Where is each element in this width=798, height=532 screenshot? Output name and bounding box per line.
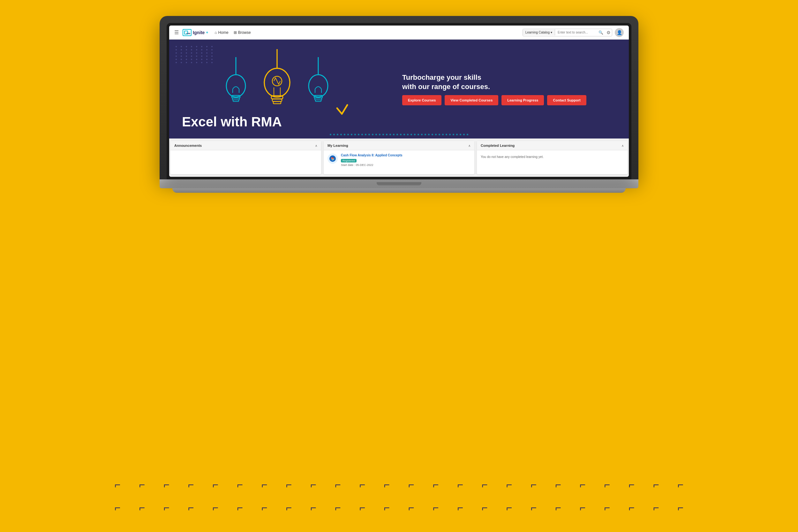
home-link[interactable]: ⌂ Home bbox=[214, 30, 228, 35]
announcements-chevron[interactable]: ∧ bbox=[315, 144, 317, 148]
user-avatar[interactable]: 👤 bbox=[615, 28, 624, 37]
dot2-8: ⌐ bbox=[286, 502, 292, 513]
dot2-19: ⌐ bbox=[555, 502, 561, 513]
bulb-right bbox=[304, 57, 332, 108]
completed-learning-empty: You do not have any completed learning y… bbox=[481, 155, 544, 158]
dot-14: ⌐ bbox=[433, 480, 439, 490]
course-badge: Registered bbox=[341, 159, 357, 163]
dot2-15: ⌐ bbox=[457, 502, 463, 513]
browse-label: Browse bbox=[238, 30, 251, 35]
dot-16: ⌐ bbox=[482, 480, 488, 490]
dot-19: ⌐ bbox=[555, 480, 561, 490]
sections-row: Announcements ∧ My Learning ∧ bbox=[169, 138, 629, 177]
my-learning-title: My Learning bbox=[327, 144, 348, 148]
catalog-label: Learning Catalog bbox=[526, 31, 550, 34]
dot2-2: ⌐ bbox=[139, 502, 145, 513]
dot2-1: ⌐ bbox=[115, 502, 121, 513]
dot2-14: ⌐ bbox=[433, 502, 439, 513]
dot2-18: ⌐ bbox=[531, 502, 536, 513]
dot2-21: ⌐ bbox=[604, 502, 610, 513]
svg-rect-19 bbox=[316, 100, 321, 101]
home-icon: ⌂ bbox=[214, 30, 217, 35]
learning-item: 📚 Cash Flow Analysis II: Applied Concept… bbox=[327, 153, 471, 167]
search-catalog-dropdown[interactable]: Learning Catalog ▾ bbox=[523, 30, 555, 35]
dot-21: ⌐ bbox=[604, 480, 610, 490]
dot2-4: ⌐ bbox=[188, 502, 194, 513]
search-container: Learning Catalog ▾ 🔍 ⚙ bbox=[522, 29, 612, 36]
dot2-16: ⌐ bbox=[482, 502, 488, 513]
laptop-notch bbox=[377, 182, 421, 185]
dot2-24: ⌐ bbox=[678, 502, 684, 513]
dot2-7: ⌐ bbox=[262, 502, 267, 513]
dot2-11: ⌐ bbox=[359, 502, 365, 513]
dot-22: ⌐ bbox=[628, 480, 634, 490]
dot2-6: ⌐ bbox=[237, 502, 243, 513]
learning-info: Cash Flow Analysis II: Applied Concepts … bbox=[341, 153, 402, 167]
grid-icon: ⊞ bbox=[234, 30, 237, 35]
navbar: ☰ rma Ignite+ ⌂ Home ⊞ bbox=[169, 25, 629, 40]
bulb-center bbox=[258, 49, 296, 108]
svg-rect-4 bbox=[233, 100, 239, 101]
dot2-13: ⌐ bbox=[408, 502, 414, 513]
filter-button[interactable]: ⚙ bbox=[605, 30, 612, 36]
dot-3: ⌐ bbox=[164, 480, 170, 490]
learning-progress-button[interactable]: Learning Progress bbox=[501, 95, 544, 105]
dot2-22: ⌐ bbox=[628, 502, 634, 513]
dot2-9: ⌐ bbox=[310, 502, 316, 513]
my-learning-chevron[interactable]: ∧ bbox=[468, 144, 471, 148]
dot-5: ⌐ bbox=[213, 480, 218, 490]
dot-8: ⌐ bbox=[286, 480, 292, 490]
logo: rma Ignite+ bbox=[183, 29, 208, 36]
hero-subtitle: Turbocharge your skills with our range o… bbox=[402, 73, 492, 91]
checkmark-decoration bbox=[334, 102, 350, 118]
completed-learning-title: Completed Learning bbox=[481, 144, 515, 148]
svg-point-16 bbox=[309, 75, 328, 97]
completed-learning-body: You do not have any completed learning y… bbox=[477, 150, 628, 163]
dot-20: ⌐ bbox=[580, 480, 586, 490]
dot-15: ⌐ bbox=[457, 480, 463, 490]
course-icon-symbol: 📚 bbox=[331, 157, 335, 160]
logo-text: Ignite bbox=[193, 30, 205, 35]
dot2-20: ⌐ bbox=[580, 502, 586, 513]
course-title[interactable]: Cash Flow Analysis II: Applied Concepts bbox=[341, 153, 402, 157]
dot2-23: ⌐ bbox=[653, 502, 659, 513]
announcements-panel: Announcements ∧ bbox=[170, 141, 321, 174]
course-date: Start date : 05-DEC-2022 bbox=[341, 164, 402, 167]
dot2-10: ⌐ bbox=[335, 502, 341, 513]
hero-title: Excel with RMA bbox=[182, 115, 396, 129]
browse-link[interactable]: ⊞ Browse bbox=[234, 30, 251, 35]
laptop-mockup: ☰ rma Ignite+ ⌂ Home ⊞ bbox=[159, 16, 639, 193]
dot-17: ⌐ bbox=[506, 480, 512, 490]
announcements-body bbox=[170, 150, 321, 157]
search-button[interactable]: 🔍 bbox=[596, 29, 605, 36]
contact-support-button[interactable]: Contact Support bbox=[547, 95, 586, 105]
home-label: Home bbox=[218, 30, 229, 35]
dot-row-2: ⌐ ⌐ ⌐ ⌐ ⌐ ⌐ ⌐ ⌐ ⌐ ⌐ ⌐ ⌐ ⌐ ⌐ ⌐ ⌐ ⌐ ⌐ ⌐ ⌐ … bbox=[115, 502, 684, 513]
completed-learning-header: Completed Learning ∧ bbox=[477, 141, 628, 150]
dot-13: ⌐ bbox=[408, 480, 414, 490]
dot-24: ⌐ bbox=[678, 480, 684, 490]
svg-point-8 bbox=[264, 68, 290, 97]
dot2-5: ⌐ bbox=[213, 502, 218, 513]
laptop-body: ☰ rma Ignite+ ⌂ Home ⊞ bbox=[159, 16, 639, 179]
explore-courses-button[interactable]: Explore Courses bbox=[402, 95, 441, 105]
completed-learning-chevron[interactable]: ∧ bbox=[622, 144, 624, 148]
laptop-screen: ☰ rma Ignite+ ⌂ Home ⊞ bbox=[169, 25, 629, 177]
dot-23: ⌐ bbox=[653, 480, 659, 490]
dot2-17: ⌐ bbox=[506, 502, 512, 513]
hero-dots-decoration bbox=[175, 46, 214, 63]
dot-12: ⌐ bbox=[384, 480, 390, 490]
announcements-header: Announcements ∧ bbox=[170, 141, 321, 150]
dot-7: ⌐ bbox=[262, 480, 267, 490]
dot-2: ⌐ bbox=[139, 480, 145, 490]
completed-learning-panel: Completed Learning ∧ You do not have any… bbox=[477, 141, 628, 174]
nav-links: ⌂ Home ⊞ Browse bbox=[214, 30, 251, 35]
dropdown-chevron: ▾ bbox=[551, 31, 552, 34]
search-input[interactable] bbox=[555, 30, 596, 35]
laptop-foot bbox=[172, 188, 626, 193]
dot-row-1: ⌐ ⌐ ⌐ ⌐ ⌐ ⌐ ⌐ ⌐ ⌐ ⌐ ⌐ ⌐ ⌐ ⌐ ⌐ ⌐ ⌐ ⌐ ⌐ ⌐ … bbox=[115, 480, 684, 490]
view-completed-button[interactable]: View Completed Courses bbox=[445, 95, 498, 105]
logo-plus: + bbox=[206, 30, 208, 35]
hamburger-icon[interactable]: ☰ bbox=[174, 30, 179, 35]
hero-section: Excel with RMA Turbocharge your skills w… bbox=[169, 40, 629, 138]
